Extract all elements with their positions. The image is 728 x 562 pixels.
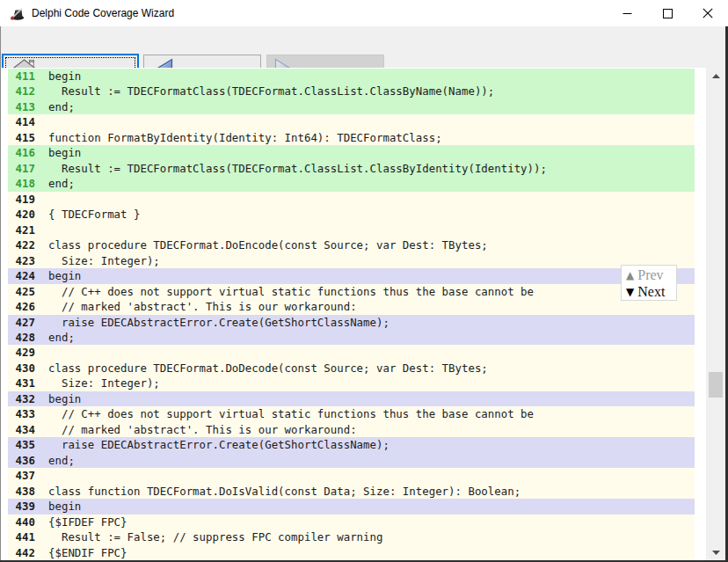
- vertical-scrollbar[interactable]: [706, 68, 725, 560]
- code-line-428: 428end;: [8, 330, 695, 345]
- triangle-up-icon: ▲: [626, 269, 634, 281]
- code-lines: 411begin412 Result := TDECFormatClass(TD…: [8, 69, 695, 560]
- code-line-417: 417 Result := TDECFormatClass(TDECFormat…: [8, 161, 695, 176]
- line-code-text: {$IFDEF FPC}: [48, 515, 127, 529]
- code-line-437: 437: [8, 468, 695, 483]
- line-number: 426: [8, 299, 35, 314]
- line-number: 435: [8, 437, 35, 452]
- line-number: 415: [8, 130, 35, 145]
- line-code-text: end;: [48, 453, 75, 468]
- next-link[interactable]: ▼ Next: [622, 283, 676, 300]
- line-code-text: end;: [48, 176, 75, 191]
- code-line-436: 436end;: [8, 453, 695, 468]
- line-code-text: // C++ does not support virtual static f…: [48, 284, 534, 299]
- window-title: Delphi Code Coverage Wizard: [32, 7, 174, 19]
- code-line-434: 434 // marked 'abstract'. This is our wo…: [8, 422, 695, 437]
- code-line-414: 414: [8, 114, 695, 129]
- line-number: 437: [8, 468, 35, 483]
- line-number: 441: [8, 529, 35, 544]
- code-line-426: 426 // marked 'abstract'. This is our wo…: [8, 299, 695, 314]
- line-code-text: raise EDECAbstractError.Create(GetShortC…: [48, 315, 389, 330]
- window-controls: [607, 0, 728, 26]
- line-code-text: Size: Integer);: [48, 376, 160, 390]
- line-code-text: end;: [48, 330, 75, 345]
- code-line-411: 411begin: [8, 69, 695, 84]
- maximize-button[interactable]: [647, 0, 688, 26]
- scroll-down-button[interactable]: [706, 545, 725, 559]
- app-wizard-icon: [10, 6, 25, 21]
- code-line-440: 440{$IFDEF FPC}: [8, 515, 695, 529]
- app-window: Delphi Code Coverage Wizard: [0, 0, 728, 562]
- line-number: 420: [8, 207, 35, 222]
- code-line-420: 420{ TDECFormat }: [8, 207, 695, 222]
- title-bar: Delphi Code Coverage Wizard: [0, 0, 728, 26]
- coverage-report-viewport: 411begin412 Result := TDECFormatClass(TD…: [1, 68, 706, 560]
- line-number: 432: [8, 391, 35, 406]
- prev-link-disabled[interactable]: ▲ Prev: [622, 266, 676, 283]
- line-code-text: {$ENDIF FPC}: [48, 545, 127, 560]
- line-code-text: Result := TDECFormatClass(TDECFormat.Cla…: [48, 84, 494, 99]
- scroll-up-icon: [712, 74, 720, 78]
- line-code-text: class procedure TDECFormat.DoEncode(cons…: [48, 237, 488, 252]
- maximize-icon: [663, 9, 673, 18]
- line-number: 429: [8, 345, 35, 360]
- code-line-429: 429: [8, 345, 695, 360]
- triangle-down-icon: ▼: [626, 286, 634, 298]
- line-code-text: Result := TDECFormatClass(TDECFormat.Cla…: [48, 161, 547, 176]
- line-number: 419: [8, 192, 35, 207]
- minimize-button[interactable]: [607, 0, 647, 26]
- code-line-423: 423 Size: Integer);: [8, 253, 695, 268]
- scroll-down-icon: [712, 551, 720, 555]
- code-line-427: 427 raise EDECAbstractError.Create(GetSh…: [8, 315, 695, 330]
- code-line-416: 416begin: [8, 145, 695, 160]
- scroll-up-button[interactable]: [706, 69, 725, 83]
- code-line-433: 433 // C++ does not support virtual stat…: [8, 406, 695, 421]
- line-number: 413: [8, 99, 35, 114]
- code-line-432: 432begin: [8, 391, 695, 406]
- line-number: 440: [8, 515, 35, 529]
- line-code-text: // C++ does not support virtual static f…: [48, 406, 534, 421]
- line-number: 434: [8, 422, 35, 437]
- next-label: Next: [637, 284, 665, 300]
- line-number: 414: [8, 114, 35, 129]
- code-line-425: 425 // C++ does not support virtual stat…: [8, 284, 695, 299]
- line-number: 431: [8, 376, 35, 390]
- line-code-text: { TDECFormat }: [48, 207, 140, 222]
- line-code-text: // marked 'abstract'. This is our workar…: [48, 422, 357, 437]
- line-number: 423: [8, 253, 35, 268]
- prev-next-overlay: ▲ Prev ▼ Next: [621, 265, 677, 301]
- line-number: 411: [8, 69, 35, 84]
- window-border-left: [0, 26, 1, 562]
- line-number: 433: [8, 406, 35, 421]
- line-code-text: end;: [48, 99, 75, 114]
- close-button[interactable]: [688, 0, 728, 26]
- code-line-438: 438class function TDECFormat.DoIsValid(c…: [8, 484, 695, 499]
- scrollbar-thumb[interactable]: [709, 372, 723, 398]
- code-line-412: 412 Result := TDECFormatClass(TDECFormat…: [8, 84, 695, 99]
- line-number: 427: [8, 315, 35, 330]
- code-line-442: 442{$ENDIF FPC}: [8, 545, 695, 560]
- line-code-text: begin: [48, 391, 81, 406]
- line-number: 418: [8, 176, 35, 191]
- line-code-text: begin: [48, 145, 81, 160]
- line-number: 416: [8, 145, 35, 160]
- line-number: 438: [8, 484, 35, 499]
- line-code-text: class function TDECFormat.DoIsValid(cons…: [48, 484, 521, 499]
- line-number: 442: [8, 545, 35, 560]
- line-code-text: begin: [48, 268, 81, 283]
- code-line-422: 422class procedure TDECFormat.DoEncode(c…: [8, 237, 695, 252]
- line-number: 430: [8, 361, 35, 376]
- line-code-text: class procedure TDECFormat.DoDecode(cons…: [48, 361, 488, 376]
- code-line-439: 439begin: [8, 499, 695, 514]
- prev-label: Prev: [637, 267, 663, 283]
- code-line-418: 418end;: [8, 176, 695, 191]
- line-code-text: raise EDECAbstractError.Create(GetShortC…: [48, 437, 389, 452]
- line-number: 439: [8, 499, 35, 514]
- code-line-435: 435 raise EDECAbstractError.Create(GetSh…: [8, 437, 695, 452]
- line-number: 425: [8, 284, 35, 299]
- code-line-419: 419: [8, 192, 695, 207]
- code-line-431: 431 Size: Integer);: [8, 376, 695, 390]
- line-number: 424: [8, 268, 35, 283]
- line-code-text: // marked 'abstract'. This is our workar…: [48, 299, 357, 314]
- line-code-text: begin: [48, 69, 81, 84]
